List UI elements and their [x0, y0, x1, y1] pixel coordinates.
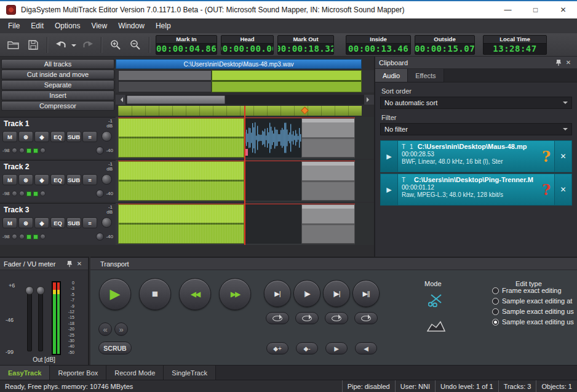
- audio-clip-green[interactable]: [118, 118, 244, 158]
- radio-icon[interactable]: [492, 298, 499, 305]
- timeline-scrollbar[interactable]: [116, 95, 374, 105]
- tab-audio[interactable]: Audio: [375, 69, 408, 82]
- pan-knob[interactable]: [101, 217, 112, 228]
- menu-edit[interactable]: Edit: [25, 18, 49, 33]
- record-arm-button[interactable]: ◆: [34, 131, 49, 142]
- pan-knob[interactable]: [101, 174, 112, 185]
- menu-options[interactable]: Options: [49, 18, 86, 33]
- scissors-mode-icon[interactable]: [428, 294, 444, 309]
- track-menu-button[interactable]: ≡: [82, 131, 97, 142]
- audio-clip-gray[interactable]: [301, 204, 355, 244]
- separate-button[interactable]: Separate: [1, 80, 114, 90]
- radio-icon[interactable]: [492, 287, 499, 294]
- play-item-button[interactable]: ▶: [381, 141, 398, 172]
- cut-inside-and-move-button[interactable]: Cut inside and move: [1, 70, 114, 79]
- scrollbar-thumb[interactable]: [127, 95, 225, 104]
- tab-reporter-box[interactable]: Reporter Box: [50, 366, 106, 380]
- mini-toggle[interactable]: [40, 148, 46, 153]
- mini-toggle[interactable]: [40, 191, 46, 196]
- menu-window[interactable]: Window: [113, 18, 150, 33]
- timeline-ruler[interactable]: [118, 106, 362, 116]
- waveform-detail-svg[interactable]: [244, 118, 301, 158]
- insert-button[interactable]: Insert: [1, 90, 114, 100]
- edit-type-option-0[interactable]: Frame exact editing: [492, 287, 562, 294]
- solo-button[interactable]: ⊗: [18, 131, 33, 142]
- loop-toggle-button[interactable]: [295, 312, 319, 324]
- eq-button[interactable]: EQ: [50, 131, 65, 142]
- fader-groove-left[interactable]: [27, 290, 32, 351]
- track-menu-button[interactable]: ≡: [82, 174, 97, 185]
- tab-singletrack[interactable]: SingleTrack: [164, 366, 216, 380]
- mini-toggle[interactable]: [12, 191, 17, 196]
- audio-clip-gray[interactable]: [301, 118, 355, 158]
- loop-toggle-button[interactable]: [266, 312, 289, 324]
- compressor-button[interactable]: Compressor: [1, 101, 114, 111]
- eq-button[interactable]: EQ: [50, 217, 65, 228]
- tab-record-mode[interactable]: Record Mode: [106, 366, 164, 380]
- scroll-right-icon[interactable]: [364, 95, 374, 105]
- edit-type-option-2[interactable]: Sample exact editing us: [492, 308, 574, 315]
- overview-waveform-green[interactable]: [212, 70, 362, 92]
- audio-clip-gray[interactable]: [301, 161, 355, 201]
- play-selection-button[interactable]: |▶|: [323, 280, 350, 307]
- mini-toggle[interactable]: [12, 148, 17, 153]
- minimize-button[interactable]: —: [494, 1, 522, 18]
- gain-knob[interactable]: [96, 233, 104, 241]
- mute-button[interactable]: M: [2, 217, 17, 228]
- undo-icon[interactable]: [53, 36, 70, 54]
- mute-button[interactable]: M: [2, 131, 17, 142]
- maximize-button[interactable]: □: [522, 1, 549, 18]
- nudge-back-button[interactable]: ◀: [355, 342, 377, 354]
- remove-item-button[interactable]: ✕: [554, 174, 571, 205]
- mini-toggle[interactable]: [40, 234, 46, 239]
- loop-toggle-button[interactable]: [325, 312, 348, 324]
- nudge-forward-button[interactable]: ▶: [325, 342, 348, 354]
- loop-toggle-button[interactable]: [354, 312, 378, 324]
- add-marker-button[interactable]: ◆+: [266, 342, 288, 354]
- fast-forward-button[interactable]: ▶▶: [219, 278, 251, 310]
- pin-icon[interactable]: [554, 58, 563, 68]
- record-arm-button[interactable]: ◆: [34, 217, 49, 228]
- mini-toggle[interactable]: [19, 234, 25, 239]
- edit-type-option-3[interactable]: Sample exact editing us: [492, 318, 574, 326]
- fader-thumb-right[interactable]: [36, 286, 45, 295]
- sub-button[interactable]: SUB: [66, 217, 81, 228]
- close-button[interactable]: ✕: [549, 1, 577, 18]
- menu-view[interactable]: View: [86, 18, 113, 33]
- audio-clip-green[interactable]: [118, 161, 244, 201]
- pin-icon[interactable]: [65, 259, 74, 269]
- gain-knob[interactable]: [96, 146, 104, 154]
- tab-effects[interactable]: Effects: [408, 69, 444, 82]
- all-tracks-button[interactable]: All tracks: [1, 59, 114, 69]
- close-panel-icon[interactable]: ✕: [74, 259, 84, 269]
- play-to-mark-button[interactable]: ▶|: [264, 280, 291, 307]
- record-arm-button[interactable]: ◆: [34, 174, 49, 185]
- radio-icon[interactable]: [492, 319, 499, 326]
- play-button[interactable]: ▶: [99, 278, 131, 310]
- play-item-button[interactable]: ▶: [381, 174, 398, 205]
- radio-icon[interactable]: [492, 308, 499, 315]
- close-panel-icon[interactable]: ✕: [563, 58, 573, 68]
- eq-button[interactable]: EQ: [50, 174, 65, 185]
- timeline-file-bar[interactable]: C:\Users\nin\Desktop\Maus-48.mp3.wav: [116, 59, 362, 69]
- open-folder-icon[interactable]: [5, 36, 22, 54]
- fader-thumb-left[interactable]: [25, 286, 34, 295]
- zoom-out-icon[interactable]: [127, 36, 144, 54]
- mini-toggle[interactable]: [19, 148, 25, 153]
- fader-groove-right[interactable]: [38, 290, 43, 351]
- remove-item-button[interactable]: ✕: [554, 141, 571, 172]
- scroll-left-icon[interactable]: [116, 95, 125, 105]
- playhead-cursor[interactable]: [244, 106, 245, 245]
- edit-type-option-1[interactable]: Sample exact editing at: [492, 297, 572, 305]
- pan-knob[interactable]: [101, 131, 112, 142]
- rewind-button[interactable]: ◀◀: [179, 278, 211, 310]
- play-around-mark-button[interactable]: ▶||: [352, 280, 380, 307]
- audio-clip-green[interactable]: [118, 204, 244, 244]
- menu-file[interactable]: File: [2, 18, 25, 33]
- overview-waveform-gray[interactable]: [118, 70, 212, 92]
- gain-knob[interactable]: [96, 190, 104, 198]
- envelope-mode-icon[interactable]: [427, 319, 445, 334]
- clipboard-item[interactable]: ▶ T 1 C:\Users\nin\Desktop\Maus-48.mp 00…: [380, 140, 572, 172]
- solo-button[interactable]: ⊗: [18, 174, 33, 185]
- track-menu-button[interactable]: ≡: [82, 217, 97, 228]
